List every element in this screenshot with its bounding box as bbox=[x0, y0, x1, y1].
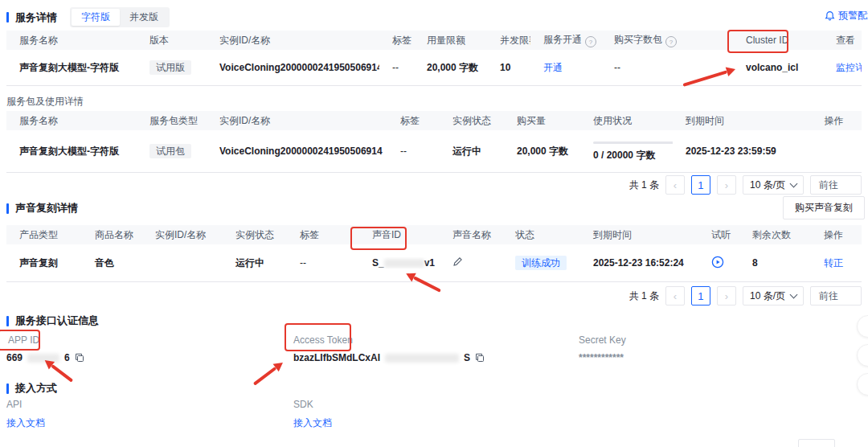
section-accent-bar bbox=[6, 12, 9, 23]
pagination-next-button[interactable]: › bbox=[717, 286, 736, 306]
play-audio-icon[interactable] bbox=[711, 256, 724, 269]
train-status-badge: 训练成功 bbox=[515, 256, 567, 270]
pagination-prev-button[interactable]: ‹ bbox=[665, 175, 685, 195]
service-detail-table: 服务名称 版本 实例ID/名称 标签 用量限额 并发限额 服务开通? 购买字数包… bbox=[6, 31, 862, 86]
page-size-select[interactable]: 10 条/页 bbox=[743, 286, 804, 306]
column-header-purchase-amount: 购买量 bbox=[504, 114, 580, 128]
floating-widget-button[interactable] bbox=[857, 315, 868, 338]
tab-concurrent-version[interactable]: 并发版 bbox=[120, 9, 168, 26]
section-accent-bar bbox=[6, 316, 9, 326]
expire-time-cell: 2025-12-23 16:52:24 bbox=[580, 257, 698, 269]
pagination-goto-input[interactable]: 前往 bbox=[810, 286, 862, 306]
column-header-remaining: 剩余次数 bbox=[739, 228, 811, 242]
secret-key-label: Secret Key bbox=[579, 334, 626, 346]
annotation-arrow-access-token bbox=[251, 358, 286, 388]
help-icon[interactable]: ? bbox=[585, 36, 596, 47]
voice-id-cell: S_v1 bbox=[359, 257, 440, 269]
column-header-action: 操作 bbox=[811, 228, 862, 242]
monitor-detail-link[interactable]: 监控详情 bbox=[836, 62, 862, 73]
column-header-voice-name: 声音名称 bbox=[440, 228, 502, 242]
table-row: 声音复刻大模型-字符版 试用版 VoiceCloning200000024195… bbox=[6, 50, 862, 86]
voice-clone-table: 产品类型 商品名称 实例ID/名称 实例状态 标签 声音ID 声音名称 状态 到… bbox=[6, 225, 862, 282]
column-header-concurrency-quota: 并发限额 bbox=[487, 34, 530, 47]
package-type-badge: 试用包 bbox=[149, 144, 191, 158]
pagination-page-1[interactable]: 1 bbox=[691, 175, 710, 195]
instance-status-cell: 运行中 bbox=[223, 256, 287, 270]
app-id-label: APP ID bbox=[8, 334, 39, 346]
instance-status-cell: 运行中 bbox=[440, 145, 504, 158]
version-tabs: 字符版 并发版 bbox=[70, 7, 170, 27]
copy-icon[interactable] bbox=[75, 353, 84, 363]
service-open-link[interactable]: 开通 bbox=[543, 62, 563, 73]
floating-widget-button[interactable] bbox=[857, 344, 868, 367]
column-header-expire-time: 到期时间 bbox=[580, 228, 698, 242]
pagination: 共 1 条 ‹ 1 › 10 条/页 前往 页 bbox=[629, 175, 868, 195]
package-detail-label: 服务包及使用详情 bbox=[6, 95, 84, 109]
column-header-version: 版本 bbox=[137, 34, 207, 47]
access-token-suffix: S bbox=[464, 352, 470, 363]
api-doc-link[interactable]: 接入文档 bbox=[6, 416, 45, 430]
service-name-cell: 声音复刻大模型-字符版 bbox=[6, 61, 137, 75]
usage-status-text: 0 / 20000 字数 bbox=[593, 150, 655, 161]
voice-id-redaction bbox=[384, 259, 424, 268]
section-accent-bar bbox=[6, 203, 9, 214]
pagination-total: 共 1 条 bbox=[629, 289, 659, 303]
column-header-view: 查看 bbox=[823, 34, 862, 47]
voice-id-prefix: S_ bbox=[372, 257, 384, 269]
section-title-auth-info: 服务接口认证信息 bbox=[15, 314, 99, 328]
tab-character-version[interactable]: 字符版 bbox=[72, 9, 120, 26]
purchase-amount-cell: 20,000 字数 bbox=[504, 145, 580, 158]
pagination-goto-input[interactable]: 前往 bbox=[810, 175, 862, 195]
pagination: 共 1 条 ‹ 1 › 10 条/页 前往 页 bbox=[629, 286, 868, 306]
app-id-prefix: 669 bbox=[6, 352, 23, 363]
floating-widget-button[interactable] bbox=[857, 373, 868, 396]
alert-config-link[interactable]: 预警配置 bbox=[825, 9, 868, 23]
section-title-access-method: 接入方式 bbox=[15, 381, 57, 396]
help-icon[interactable]: ? bbox=[665, 36, 677, 47]
service-name-cell: 声音复刻大模型-字符版 bbox=[6, 145, 137, 158]
tag-cell: -- bbox=[387, 146, 440, 157]
alert-config-label: 预警配置 bbox=[838, 9, 868, 23]
app-id-redaction bbox=[27, 354, 59, 363]
section-accent-bar bbox=[6, 383, 9, 394]
api-doc: 接入文档 bbox=[6, 416, 45, 430]
access-token-value: bzazLIfbSMdLCxAIS bbox=[293, 352, 485, 363]
access-token-label: Access Token bbox=[293, 334, 353, 346]
sdk-doc: 接入文档 bbox=[293, 416, 332, 430]
pagination-next-button[interactable]: › bbox=[717, 175, 736, 195]
remaining-count-cell: 8 bbox=[739, 257, 811, 269]
buy-voice-clone-button[interactable]: 购买声音复刻 bbox=[783, 196, 865, 219]
section-title-voice-clone: 声音复刻详情 bbox=[15, 201, 78, 215]
column-header-usage-quota: 用量限额 bbox=[414, 34, 487, 47]
pagination-prev-button[interactable]: ‹ bbox=[665, 286, 685, 306]
column-header-package-type: 服务包类型 bbox=[137, 114, 207, 128]
column-header-instance-status: 实例状态 bbox=[223, 228, 287, 242]
column-header-product-type: 产品类型 bbox=[6, 228, 82, 242]
column-header-tag: 标签 bbox=[287, 228, 359, 242]
access-token-prefix: bzazLIfbSMdLCxAI bbox=[293, 352, 380, 363]
status-cell: 训练成功 bbox=[502, 256, 580, 270]
column-header-product-name: 商品名称 bbox=[82, 228, 142, 242]
pagination-total: 共 1 条 bbox=[629, 178, 659, 192]
tag-cell: -- bbox=[379, 62, 414, 73]
convert-formal-link[interactable]: 转正 bbox=[824, 257, 843, 269]
app-id-value: 6696 bbox=[6, 352, 84, 363]
column-header-instance: 实例ID/名称 bbox=[142, 228, 223, 242]
column-header-tag: 标签 bbox=[387, 114, 440, 128]
cluster-id-cell: volcano_icl bbox=[733, 62, 823, 73]
api-label: API bbox=[6, 399, 22, 410]
package-detail-table: 服务名称 服务包类型 实例ID/名称 标签 实例状态 购买量 使用状况 到期时间… bbox=[6, 111, 862, 173]
edit-voice-name-icon[interactable] bbox=[452, 256, 463, 267]
service-open-cell: 开通 bbox=[530, 61, 601, 75]
usage-progress-bar bbox=[593, 141, 673, 144]
page-size-select[interactable]: 10 条/页 bbox=[743, 175, 804, 195]
column-header-action: 操作 bbox=[793, 114, 862, 128]
cutoff-bottom-control[interactable] bbox=[798, 439, 835, 447]
version-badge: 试用版 bbox=[149, 60, 191, 75]
copy-icon[interactable] bbox=[475, 353, 485, 363]
usage-status-cell: 0 / 20000 字数 bbox=[580, 140, 673, 162]
sdk-doc-link[interactable]: 接入文档 bbox=[293, 416, 332, 430]
pagination-page-1[interactable]: 1 bbox=[691, 286, 710, 306]
view-cell: 监控详情 bbox=[823, 61, 862, 75]
column-header-instance: 实例ID/名称 bbox=[207, 114, 387, 128]
